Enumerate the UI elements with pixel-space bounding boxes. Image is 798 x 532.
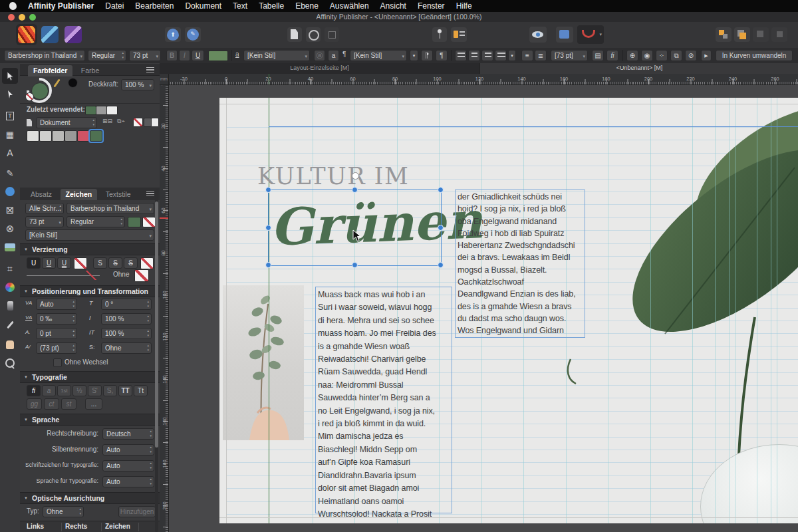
underline-color-none[interactable]	[74, 257, 87, 269]
style-options-arrow[interactable]: ▾	[410, 50, 418, 61]
selection-box[interactable]	[268, 190, 442, 266]
bounding-box-button[interactable]: ⧉	[670, 50, 682, 61]
menu-bearbeiten[interactable]: Bearbeiten	[135, 1, 174, 11]
font-size-dropdown[interactable]: 73 pt	[129, 50, 161, 61]
hyphenation-field[interactable]: Auto	[102, 444, 154, 456]
tab-absatz[interactable]: Absatz	[25, 189, 57, 200]
vertical-scale-field[interactable]: 100 %	[101, 313, 152, 325]
tab-layout-einzelseite[interactable]: Layout-Einzelseite [M]	[160, 65, 479, 71]
ellipse-tool[interactable]	[2, 184, 18, 200]
baseline-grid-button[interactable]: ▤	[592, 50, 604, 61]
publisher-persona-icon[interactable]	[18, 26, 35, 43]
menu-ansicht[interactable]: Ansicht	[380, 1, 406, 11]
bold-button[interactable]: B	[166, 50, 178, 61]
section-optische-ausrichtung[interactable]: Optische Ausrichtung	[20, 492, 160, 504]
numbered-list-button[interactable]: ≣	[535, 50, 547, 61]
no-break-checkbox[interactable]	[53, 358, 62, 367]
add-swatch-grid-icon[interactable]: ⊞⊟	[102, 118, 112, 124]
no-color-well[interactable]	[25, 92, 34, 101]
panel-scrollbar-thumb[interactable]	[155, 201, 158, 448]
insert-behind-button[interactable]: ▶	[701, 50, 712, 61]
document-swatch[interactable]	[27, 130, 39, 142]
ellipse-picture-frame-tool[interactable]: ⊗	[2, 221, 18, 237]
italic-button[interactable]: I	[179, 50, 190, 61]
line-color-none[interactable]	[134, 269, 149, 282]
selection-handle-ne[interactable]	[438, 187, 444, 193]
white-swatch[interactable]	[151, 118, 159, 127]
alt-glyph-button[interactable]: a	[42, 385, 56, 396]
table-tool[interactable]: ▦	[2, 126, 18, 142]
document-swatch[interactable]	[52, 130, 65, 142]
panel-font-name-dropdown[interactable]: Barbershop in Thailand	[66, 203, 154, 214]
rotation-handle[interactable]	[352, 172, 359, 180]
contextual-alt-button[interactable]: ct	[44, 398, 59, 410]
document-swatch[interactable]	[77, 130, 90, 142]
uppercase-button[interactable]: TT	[118, 385, 132, 396]
column-guide[interactable]	[757, 98, 757, 523]
apple-icon[interactable]	[9, 2, 17, 10]
glyph-language-field[interactable]: Auto	[102, 460, 154, 471]
document-swatch[interactable]	[39, 130, 52, 142]
swash-button[interactable]: st	[61, 398, 76, 410]
column-guide[interactable]	[692, 98, 693, 523]
show-paragraph-button[interactable]: ¶	[436, 50, 448, 61]
pen-badge-button[interactable]: ✎	[185, 27, 201, 42]
section-typografie[interactable]: Typografie	[20, 371, 160, 383]
character-style-dropdown[interactable]: [Kein Stil]	[243, 50, 310, 61]
opacity-dropdown[interactable]: 100 %	[121, 79, 154, 90]
column-guide[interactable]	[735, 98, 735, 523]
show-chars-button[interactable]: a	[328, 50, 339, 61]
picked-color-well[interactable]	[68, 78, 78, 88]
color-picker-tool[interactable]	[2, 317, 18, 332]
underline-button[interactable]: U	[27, 257, 41, 269]
prevent-snap-button[interactable]: ⊘	[685, 50, 697, 61]
link-swatch-icon[interactable]: ⧉⌁	[117, 118, 125, 125]
panel-text-color-swatch[interactable]	[128, 217, 141, 227]
snapping-button[interactable]: ▾	[577, 25, 604, 44]
move-tool[interactable]	[2, 68, 18, 84]
panel-font-style-stepper[interactable]: Regular	[66, 216, 125, 227]
text-flow-button[interactable]	[451, 27, 467, 42]
font-collection-stepper[interactable]: Alle Schr...	[25, 203, 64, 214]
move-forward-button[interactable]	[734, 27, 750, 42]
column-guide[interactable]	[313, 98, 313, 523]
eucalyptus-photo[interactable]	[223, 285, 304, 440]
selection-handle-w[interactable]	[265, 225, 271, 231]
shape-library-button[interactable]	[306, 27, 321, 42]
column-guide[interactable]	[777, 98, 777, 523]
color-wheel-tool[interactable]	[2, 279, 18, 295]
justify-button[interactable]	[495, 50, 507, 61]
column-guide[interactable]	[608, 98, 608, 523]
tab-farbfelder[interactable]: Farbfelder	[28, 65, 72, 76]
column-guide[interactable]	[650, 98, 651, 523]
baseline-mode-field[interactable]: Ohne	[101, 342, 152, 354]
fraction-button[interactable]: ½	[72, 385, 86, 396]
selection-handle-se[interactable]	[438, 262, 444, 268]
pin-button[interactable]	[432, 27, 447, 42]
place-image-button[interactable]: ⬆	[165, 27, 181, 42]
image-tool[interactable]	[2, 239, 18, 255]
move-to-front-button[interactable]	[716, 27, 732, 42]
selection-handle-s[interactable]	[352, 262, 358, 268]
menu-auswaehlen[interactable]: Auswählen	[330, 1, 369, 11]
align-right-button[interactable]	[481, 50, 493, 61]
section-transform[interactable]: Positionierung und Transformation	[20, 285, 160, 297]
superscript-button[interactable]: S'	[88, 385, 102, 396]
text-color-swatch[interactable]	[208, 51, 228, 61]
photo-persona-icon[interactable]	[41, 26, 59, 43]
document-page[interactable]: KULTUR IM Grünen Muass back mas wui hob …	[219, 98, 798, 523]
selection-handle-n[interactable]	[352, 187, 358, 193]
add-optical-button[interactable]: Hinzufügen	[118, 506, 156, 517]
horizontal-ruler[interactable]: -20020406080100120140160180200220240260	[168, 74, 798, 85]
old-style-button[interactable]: gg	[27, 398, 42, 410]
none-swatch[interactable]	[133, 118, 143, 127]
menu-fenster[interactable]: Fenster	[418, 1, 445, 11]
tab-textstile[interactable]: Textstile	[100, 189, 136, 200]
node-tool[interactable]	[2, 86, 18, 102]
underline-button[interactable]: U	[192, 50, 204, 61]
panel-style-dropdown[interactable]: [Kein Stil]	[25, 229, 154, 241]
snapshot-button[interactable]	[325, 27, 339, 42]
tracking-field[interactable]: 0 ‰	[36, 313, 77, 325]
panel-menu-icon[interactable]	[146, 67, 154, 73]
underline-double-button[interactable]: U	[57, 257, 71, 269]
